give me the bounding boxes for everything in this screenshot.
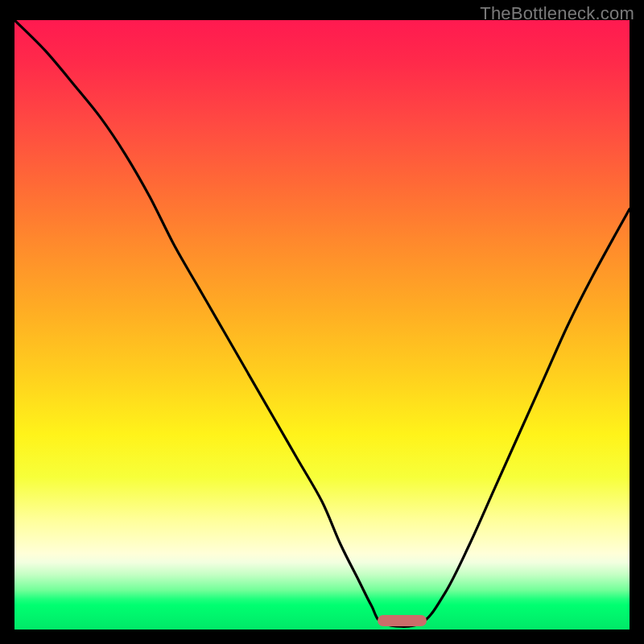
optimal-marker — [378, 615, 427, 626]
plot-area — [14, 20, 630, 630]
bottleneck-curve — [14, 20, 630, 630]
chart-frame: TheBottleneck.com — [0, 0, 644, 644]
